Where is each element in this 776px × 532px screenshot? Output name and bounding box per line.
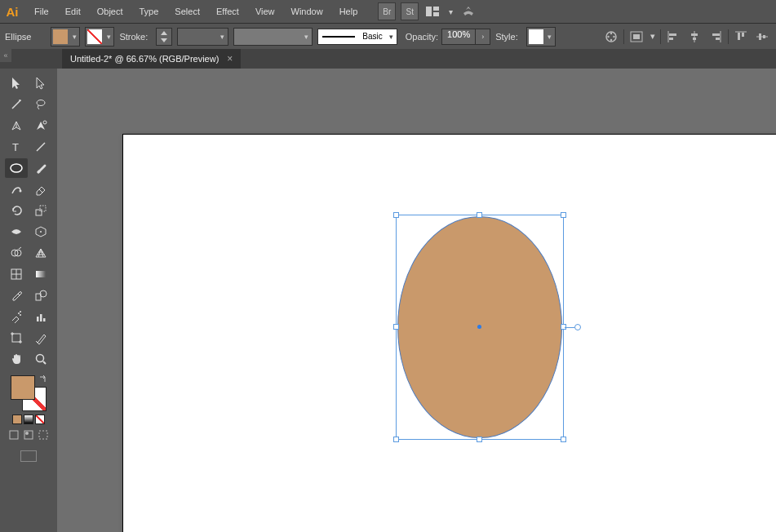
selection-bounding-box[interactable] bbox=[396, 215, 564, 440]
draw-normal-button[interactable] bbox=[8, 429, 20, 441]
color-mode-button[interactable] bbox=[12, 415, 22, 424]
column-graph-tool[interactable] bbox=[29, 307, 52, 326]
svg-rect-21 bbox=[742, 33, 744, 37]
svg-rect-46 bbox=[37, 317, 39, 321]
resize-handle-top-right[interactable] bbox=[561, 212, 566, 218]
ellipse-tool[interactable] bbox=[5, 158, 28, 178]
svg-rect-23 bbox=[759, 33, 761, 40]
menu-help[interactable]: Help bbox=[331, 0, 366, 23]
resize-handle-bottom-left[interactable] bbox=[393, 437, 399, 442]
selection-center-point bbox=[477, 325, 481, 329]
align-to-button[interactable] bbox=[627, 28, 645, 46]
gradient-tool[interactable] bbox=[29, 264, 52, 284]
width-tool[interactable] bbox=[5, 222, 28, 242]
line-segment-tool[interactable] bbox=[29, 137, 52, 157]
screen-mode-button[interactable] bbox=[20, 450, 37, 462]
hand-tool[interactable] bbox=[5, 349, 28, 369]
free-transform-tool[interactable] bbox=[29, 222, 52, 242]
menu-effect[interactable]: Effect bbox=[208, 0, 247, 23]
align-middle-button[interactable] bbox=[753, 28, 771, 46]
resize-handle-top-middle[interactable] bbox=[477, 212, 482, 218]
eyedropper-tool[interactable] bbox=[5, 286, 28, 305]
opacity-dropdown[interactable]: › bbox=[476, 29, 490, 45]
magic-wand-tool[interactable] bbox=[5, 95, 28, 114]
brush-definition-dropdown[interactable]: Basic ▾ bbox=[317, 29, 397, 45]
type-tool[interactable]: T bbox=[5, 137, 28, 157]
draw-behind-button[interactable] bbox=[23, 429, 34, 441]
svg-point-44 bbox=[20, 314, 21, 316]
fill-indicator[interactable] bbox=[11, 375, 35, 400]
menu-edit[interactable]: Edit bbox=[57, 0, 89, 23]
menu-select[interactable]: Select bbox=[166, 0, 208, 23]
style-label: Style: bbox=[495, 32, 518, 42]
arrange-documents-button[interactable] bbox=[423, 2, 441, 20]
stock-button[interactable]: St bbox=[401, 2, 419, 20]
paintbrush-tool[interactable] bbox=[29, 158, 52, 178]
curvature-tool[interactable] bbox=[29, 116, 52, 135]
shape-builder-tool[interactable] bbox=[5, 243, 28, 263]
gpu-preview-button[interactable] bbox=[459, 2, 477, 20]
pen-tool[interactable] bbox=[5, 116, 28, 135]
svg-point-45 bbox=[20, 311, 21, 313]
stroke-weight-stepper[interactable] bbox=[156, 28, 172, 46]
none-mode-button[interactable] bbox=[35, 415, 45, 424]
align-to-dropdown[interactable]: ▾ bbox=[649, 28, 657, 46]
blend-tool[interactable] bbox=[29, 286, 52, 305]
bridge-button[interactable]: Br bbox=[378, 2, 396, 20]
shaper-tool[interactable] bbox=[5, 180, 28, 199]
svg-line-56 bbox=[43, 361, 46, 364]
menu-view[interactable]: View bbox=[247, 0, 283, 23]
svg-rect-9 bbox=[633, 34, 640, 39]
svg-point-25 bbox=[37, 100, 45, 106]
selection-tool[interactable] bbox=[5, 73, 28, 93]
stroke-profile-dropdown[interactable]: ▾ bbox=[177, 28, 228, 46]
perspective-grid-tool[interactable] bbox=[29, 243, 52, 263]
mesh-tool[interactable] bbox=[5, 264, 28, 284]
graphic-style-dropdown[interactable]: ▾ bbox=[526, 27, 556, 47]
swap-fill-stroke-icon[interactable] bbox=[38, 375, 47, 383]
zoom-tool[interactable] bbox=[29, 349, 52, 369]
artboard-tool[interactable] bbox=[5, 328, 28, 348]
svg-point-55 bbox=[37, 355, 44, 362]
fill-color-swatch[interactable]: ▾ bbox=[51, 27, 80, 47]
direct-selection-tool[interactable] bbox=[29, 73, 52, 93]
menu-type[interactable]: Type bbox=[131, 0, 167, 23]
eraser-tool[interactable] bbox=[29, 180, 52, 199]
align-right-button[interactable] bbox=[707, 28, 725, 46]
resize-handle-middle-left[interactable] bbox=[393, 324, 399, 330]
scale-tool[interactable] bbox=[29, 201, 52, 220]
menu-object[interactable]: Object bbox=[89, 0, 131, 23]
resize-handle-bottom-middle[interactable] bbox=[477, 437, 482, 442]
gradient-mode-button[interactable] bbox=[24, 415, 33, 424]
panel-collapse-button[interactable]: « bbox=[0, 49, 11, 62]
svg-rect-14 bbox=[691, 33, 698, 36]
lasso-tool[interactable] bbox=[29, 95, 52, 114]
symbol-sprayer-tool[interactable] bbox=[5, 307, 28, 326]
opacity-label: Opacity: bbox=[406, 32, 438, 42]
opacity-field[interactable]: 100% bbox=[441, 29, 476, 45]
svg-rect-49 bbox=[12, 334, 20, 342]
menu-window[interactable]: Window bbox=[283, 0, 331, 23]
rotate-handle[interactable] bbox=[574, 324, 581, 330]
arrange-documents-dropdown[interactable]: ▾ bbox=[446, 2, 455, 20]
slice-tool[interactable] bbox=[29, 328, 52, 348]
document-tab[interactable]: Untitled-2* @ 66.67% (RGB/Preview) × bbox=[62, 49, 241, 69]
draw-inside-button[interactable] bbox=[38, 429, 49, 441]
artboard[interactable] bbox=[122, 134, 776, 532]
align-top-button[interactable] bbox=[732, 28, 750, 46]
document-tab-close[interactable]: × bbox=[227, 53, 233, 64]
stroke-color-swatch[interactable]: ▾ bbox=[85, 27, 114, 47]
menu-file[interactable]: File bbox=[26, 0, 57, 23]
stroke-label: Stroke: bbox=[119, 32, 148, 42]
align-left-button[interactable] bbox=[664, 28, 682, 46]
canvas-area[interactable] bbox=[57, 69, 776, 532]
resize-handle-bottom-right[interactable] bbox=[561, 437, 566, 442]
align-center-button[interactable] bbox=[685, 28, 703, 46]
fill-stroke-indicator[interactable] bbox=[3, 375, 54, 462]
variable-width-profile[interactable]: ▾ bbox=[233, 28, 313, 46]
recolor-artwork-button[interactable] bbox=[602, 28, 620, 46]
svg-point-6 bbox=[610, 38, 612, 40]
resize-handle-top-left[interactable] bbox=[393, 212, 399, 218]
svg-rect-57 bbox=[10, 431, 18, 439]
rotate-tool[interactable] bbox=[5, 201, 28, 220]
